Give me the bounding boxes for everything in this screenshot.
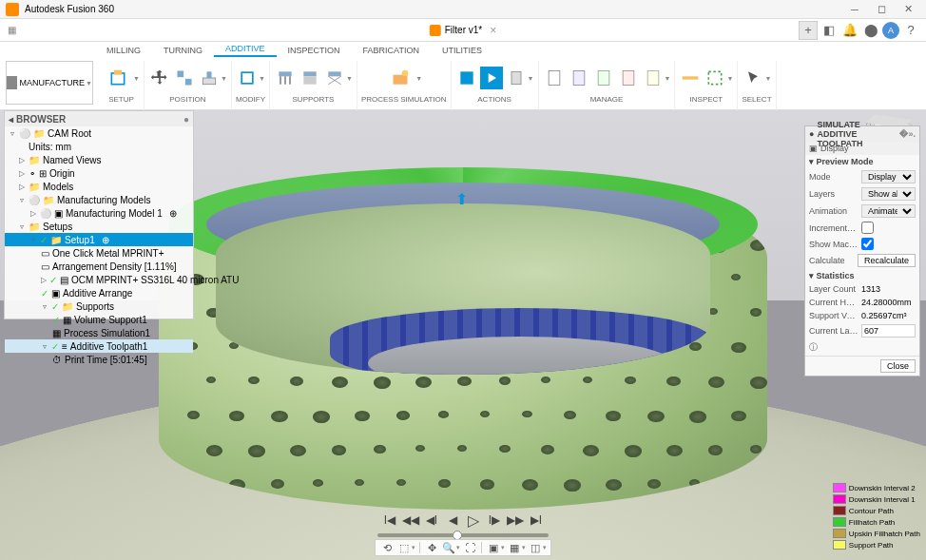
workspace-switcher[interactable]: MANUFACTURE ▼ <box>6 61 93 105</box>
volume-support-icon[interactable] <box>299 67 321 89</box>
select-icon[interactable] <box>742 67 764 89</box>
info-icon[interactable]: ⓘ <box>805 339 919 356</box>
skip-back-button[interactable]: ◀◀ <box>403 512 418 528</box>
tree-mfg-model1[interactable]: ▷⚪▣Manufacturing Model 1⊕ <box>5 206 193 220</box>
manage-icon3[interactable] <box>592 67 615 89</box>
tree-named-views[interactable]: ▷📁Named Views <box>5 153 193 166</box>
show-machine-checkbox[interactable] <box>861 238 874 250</box>
tree-units[interactable]: Units: mm <box>5 140 193 153</box>
tree-mfg-models[interactable]: ▿⚪📁Manufacturing Models <box>5 193 193 206</box>
fit-icon[interactable]: ⛶ <box>462 540 477 555</box>
tree-material[interactable]: ▷✓▤OCM MPRINT+ SS316L 40 micron ATU <box>5 273 193 286</box>
ribbon-tab-milling[interactable]: MILLING <box>95 44 152 57</box>
place-icon[interactable] <box>198 67 221 89</box>
simulate-icon[interactable] <box>480 67 503 89</box>
manage-icon1[interactable] <box>543 67 566 89</box>
job-status-icon[interactable]: ⬤ <box>861 21 880 40</box>
play-reverse-button[interactable]: ◀ <box>445 512 460 528</box>
manage-icon4[interactable] <box>617 67 640 89</box>
skip-forward-button[interactable]: ▶▶ <box>508 512 523 528</box>
pin-panel-icon[interactable]: �». <box>899 129 916 139</box>
setup-icon[interactable] <box>103 63 133 93</box>
minimize-button[interactable]: ─ <box>842 2 867 17</box>
notifications-icon[interactable]: 🔔 <box>840 21 859 40</box>
bar-support-icon[interactable] <box>274 67 297 89</box>
toolbar-label: POSITION <box>169 95 205 104</box>
close-panel-button[interactable]: Close <box>880 359 916 373</box>
zoom-icon[interactable]: 🔍 <box>441 540 456 555</box>
look-at-icon[interactable]: ⬚ <box>396 540 412 555</box>
ribbon-tab-inspection[interactable]: INSPECTION <box>277 44 352 57</box>
tree-supports[interactable]: ▿✓📁Supports <box>5 299 193 313</box>
close-window-button[interactable]: ✕ <box>896 2 920 17</box>
tree-models[interactable]: ▷📁Models <box>5 180 193 193</box>
document-tab[interactable]: Filter v1* × <box>422 20 504 41</box>
viewport-layout-icon[interactable]: ◫ <box>528 540 543 555</box>
new-design-button[interactable]: + <box>799 21 818 40</box>
tree-volume-support[interactable]: ✓▦Volume Support1 <box>5 313 193 326</box>
layers-select[interactable]: Show all layers <box>861 187 916 201</box>
svg-rect-20 <box>573 71 585 86</box>
document-icon <box>430 25 441 36</box>
tree-cam-root[interactable]: ▿⚪📁CAM Root <box>5 126 193 140</box>
ribbon-tab-fabrication[interactable]: FABRICATION <box>352 44 431 57</box>
pan-icon[interactable]: ✥ <box>424 540 439 555</box>
ribbon-tab-additive[interactable]: ADDITIVE <box>214 42 277 57</box>
tree-setups[interactable]: ▿📁Setups <box>5 220 193 233</box>
app-icon <box>6 3 19 16</box>
svg-rect-18 <box>511 71 521 84</box>
animation-select[interactable]: Animate full model <box>861 204 916 218</box>
panel-header[interactable]: ●SIMULATE ADDITIVE TOOLPATH�». <box>805 126 919 142</box>
generate-icon[interactable] <box>455 67 478 89</box>
process-simulation-icon[interactable] <box>385 63 415 93</box>
current-height-label: Current Hei... <box>809 298 858 307</box>
toolbar-group-inspect: ▼ INSPECT <box>675 61 738 110</box>
auto-orient-icon[interactable] <box>173 67 196 89</box>
help-icon[interactable]: ? <box>901 21 920 40</box>
ribbon-tab-utilities[interactable]: UTILITIES <box>431 44 493 57</box>
svg-rect-4 <box>203 78 215 85</box>
manage-icon5[interactable] <box>642 67 665 89</box>
tree-setup1[interactable]: ▿✓📁Setup1⊕ <box>5 233 193 246</box>
tree-printer[interactable]: ▭One Click Metal MPRINT+ <box>5 246 193 260</box>
data-panel-toggle-icon[interactable]: ▦ <box>0 25 23 35</box>
tree-process-sim[interactable]: ▦Process Simulation1 <box>5 326 193 339</box>
step-forward-button[interactable]: I▶ <box>487 512 502 528</box>
tree-arrange[interactable]: ✓▣Additive Arrange <box>5 286 193 299</box>
go-to-end-button[interactable]: ▶I <box>529 512 544 528</box>
user-avatar[interactable]: A <box>882 22 899 39</box>
inspect-icon[interactable] <box>704 67 726 89</box>
move-gizmo-icon[interactable]: ⬆ <box>455 190 468 208</box>
go-to-start-button[interactable]: I◀ <box>382 512 397 528</box>
tree-toolpath[interactable]: ▿✓≡Additive Toolpath1 <box>5 339 193 353</box>
move-icon[interactable] <box>148 67 171 89</box>
statistics-section[interactable]: ▾ Statistics <box>805 269 919 282</box>
tree-density[interactable]: ▭Arrangement Density [1.11%] <box>5 260 193 273</box>
maximize-button[interactable]: ◻ <box>869 2 894 17</box>
export-icon[interactable] <box>505 67 528 89</box>
current-layer-input[interactable] <box>861 324 916 338</box>
browser-header[interactable]: ◂ BROWSER ● <box>5 111 193 126</box>
orbit-icon[interactable]: ⟲ <box>379 540 395 555</box>
close-tab-icon[interactable]: × <box>490 24 496 37</box>
incremental-checkbox[interactable] <box>861 222 874 234</box>
mode-select[interactable]: Display upto curre... <box>861 170 916 183</box>
play-button[interactable]: ▷ <box>466 512 481 528</box>
manage-icon2[interactable] <box>568 67 590 89</box>
extensions-icon[interactable]: ◧ <box>820 21 839 40</box>
measure-icon[interactable] <box>679 67 702 89</box>
tree-print-time[interactable]: ⏱Print Time [5:01:45] <box>5 353 193 366</box>
modify-icon[interactable] <box>236 67 259 89</box>
step-back-button[interactable]: ◀I <box>424 512 439 528</box>
toolbar-group-actions: ▼ ACTIONS <box>452 61 539 110</box>
ribbon-tab-turning[interactable]: TURNING <box>152 44 214 57</box>
grid-settings-icon[interactable]: ▦ <box>507 540 522 555</box>
lattice-support-icon[interactable] <box>323 67 346 89</box>
display-settings-icon[interactable]: ▣ <box>486 540 501 555</box>
preview-mode-section[interactable]: ▾ Preview Mode <box>805 155 919 168</box>
simulation-playback-controls: I◀ ◀◀ ◀I ◀ ▷ I▶ ▶▶ ▶I <box>382 512 544 528</box>
recalculate-button[interactable]: Recalculate <box>858 254 916 267</box>
simulation-timeline-slider[interactable] <box>377 533 549 537</box>
tree-origin[interactable]: ▷⚬⊞Origin <box>5 166 193 180</box>
model-filter-part[interactable] <box>159 167 767 510</box>
